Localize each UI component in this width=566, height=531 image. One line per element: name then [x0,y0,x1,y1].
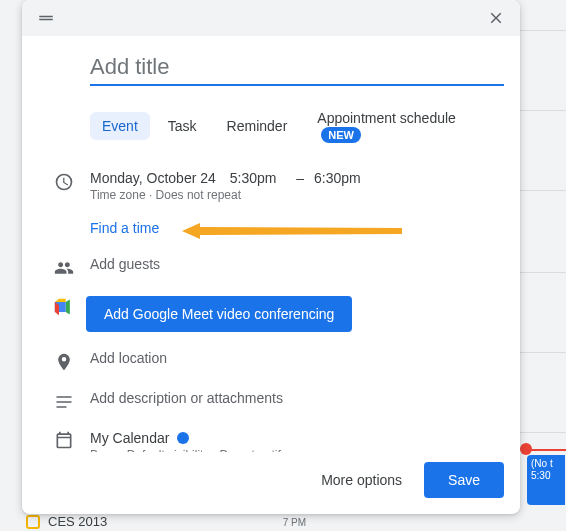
now-indicator-dot [520,443,532,455]
description-row[interactable]: Add description or attachments [38,390,504,412]
end-time: 6:30pm [314,170,361,186]
repeat-link[interactable]: Does not repeat [156,188,241,202]
timezone-link[interactable]: Time zone [90,188,146,202]
bg-gridline [520,190,566,191]
title-input[interactable] [90,52,504,86]
tab-event[interactable]: Event [90,112,150,140]
guests-row[interactable]: Add guests [38,256,504,278]
bg-event-block[interactable]: (No t 5:30 [527,455,565,505]
calendar-row[interactable]: My Calendar Busy · Default visibility · … [38,430,504,452]
find-time-row: Find a time [38,220,504,236]
more-options-button[interactable]: More options [311,464,412,496]
add-description-label: Add description or attachments [90,390,504,406]
dialog-footer: More options Save [22,452,520,514]
add-location-label: Add location [90,350,504,366]
location-row[interactable]: Add location [38,350,504,372]
close-icon[interactable] [480,2,512,34]
event-quick-create-dialog: Event Task Reminder Appointment schedule… [22,0,520,514]
calendar-name: My Calendar [90,430,169,446]
type-tabs: Event Task Reminder Appointment schedule… [90,104,504,148]
location-icon [38,350,90,372]
bg-gridline [520,352,566,353]
bg-event-time: 5:30 [531,470,561,482]
add-guests-label: Add guests [90,256,504,272]
calendar-icon [38,430,90,450]
bg-gridline [520,272,566,273]
bg-gridline [520,432,566,433]
bg-gridline [520,110,566,111]
clock-icon [38,170,90,192]
tab-appointment-label: Appointment schedule [317,110,456,126]
bg-sidebar-label: CES 2013 [48,514,107,529]
meet-row: Add Google Meet video conferencing [38,296,504,332]
tab-appointment-schedule[interactable]: Appointment schedule NEW [305,104,504,148]
date-text: Monday, October 24 [90,170,216,186]
find-a-time-link[interactable]: Find a time [90,220,159,236]
drag-handle-icon[interactable] [30,2,62,34]
calendar-color-dot [177,432,189,444]
tab-reminder[interactable]: Reminder [215,112,300,140]
meet-icon [38,296,90,316]
calendar-color-box [26,515,40,529]
bg-event-title: (No t [531,458,561,470]
dialog-body: Event Task Reminder Appointment schedule… [22,36,520,452]
save-button[interactable]: Save [424,462,504,498]
datetime-row: Monday, October 24 5:30pm – 6:30pm Time … [38,170,504,202]
notes-icon [38,390,90,412]
add-meet-button[interactable]: Add Google Meet video conferencing [86,296,352,332]
tab-task[interactable]: Task [156,112,209,140]
start-time: 5:30pm [230,170,277,186]
bg-time-label: 7 PM [283,517,306,528]
datetime-display[interactable]: Monday, October 24 5:30pm – 6:30pm [90,170,504,186]
bg-sidebar-item[interactable]: CES 2013 [26,514,107,529]
people-icon [38,256,90,278]
dialog-header [22,0,520,36]
bg-gridline [520,30,566,31]
time-dash: – [296,170,304,186]
new-badge: NEW [321,127,361,143]
